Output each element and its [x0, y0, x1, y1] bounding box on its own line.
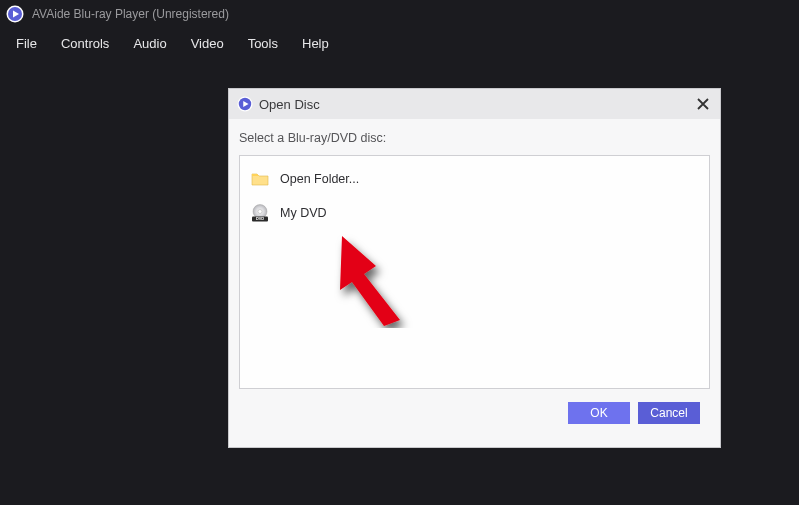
menu-controls[interactable]: Controls [49, 32, 121, 55]
svg-text:DVD: DVD [256, 217, 264, 221]
open-disc-dialog: Open Disc Select a Blu-ray/DVD disc: Ope… [228, 88, 721, 448]
list-item-open-folder[interactable]: Open Folder... [244, 162, 705, 196]
close-icon[interactable] [694, 95, 712, 113]
menu-help[interactable]: Help [290, 32, 341, 55]
list-item-my-dvd[interactable]: DVD My DVD [244, 196, 705, 230]
dialog-title-left: Open Disc [237, 96, 320, 112]
list-item-label: My DVD [280, 206, 327, 220]
dialog-footer: OK Cancel [239, 389, 710, 437]
app-title: AVAide Blu-ray Player (Unregistered) [32, 7, 229, 21]
dialog-body: Select a Blu-ray/DVD disc: Open Folder..… [229, 119, 720, 447]
menu-tools[interactable]: Tools [236, 32, 290, 55]
dvd-icon: DVD [250, 203, 270, 223]
app-logo-icon [6, 5, 24, 23]
titlebar: AVAide Blu-ray Player (Unregistered) [0, 0, 799, 28]
dialog-instruction: Select a Blu-ray/DVD disc: [239, 131, 710, 145]
menu-audio[interactable]: Audio [121, 32, 178, 55]
cancel-button[interactable]: Cancel [638, 402, 700, 424]
menubar: File Controls Audio Video Tools Help [0, 28, 799, 58]
list-item-label: Open Folder... [280, 172, 359, 186]
disc-list: Open Folder... [239, 155, 710, 389]
menu-video[interactable]: Video [179, 32, 236, 55]
dialog-title: Open Disc [259, 97, 320, 112]
dialog-titlebar: Open Disc [229, 89, 720, 119]
dialog-logo-icon [237, 96, 253, 112]
svg-point-5 [258, 210, 262, 214]
menu-file[interactable]: File [4, 32, 49, 55]
folder-icon [250, 169, 270, 189]
ok-button[interactable]: OK [568, 402, 630, 424]
